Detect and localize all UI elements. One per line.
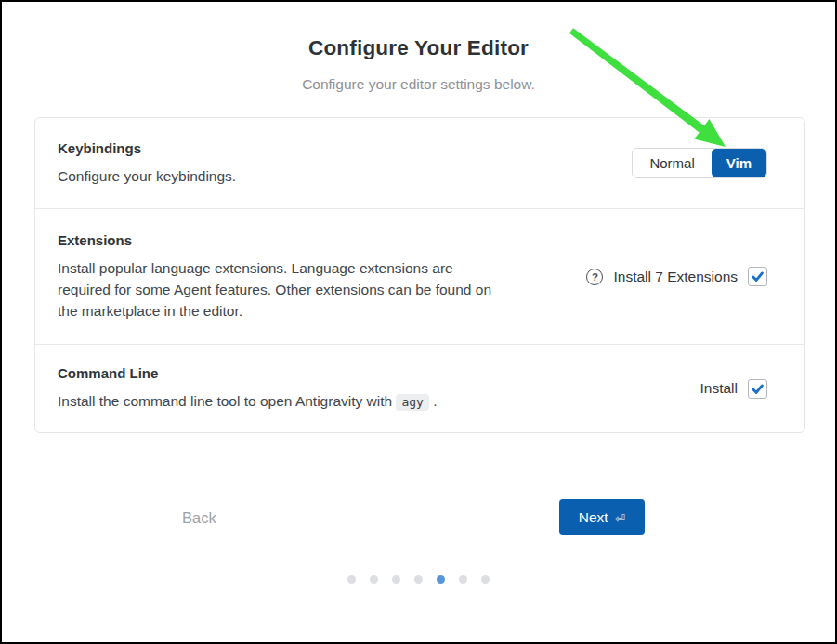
next-button[interactable]: Next ⏎	[559, 499, 645, 535]
extensions-checkbox[interactable]	[748, 267, 767, 286]
keybindings-option-vim[interactable]: Vim	[712, 149, 766, 177]
keybindings-text: Keybindings Configure your keybindings.	[58, 140, 236, 187]
settings-card: Keybindings Configure your keybindings. …	[34, 117, 805, 433]
wizard-header: Configure Your Editor Configure your edi…	[2, 36, 835, 93]
pagination-dot[interactable]	[347, 575, 356, 584]
command-line-heading: Command Line	[58, 365, 438, 381]
section-command-line: Command Line Install the command line to…	[35, 344, 804, 432]
checkmark-icon	[751, 382, 765, 396]
checkmark-icon	[751, 269, 765, 283]
extensions-checkbox-label: Install 7 Extensions	[613, 269, 738, 285]
pagination-dot[interactable]	[370, 575, 378, 584]
pagination-dot[interactable]	[414, 575, 423, 584]
command-line-text: Command Line Install the command line to…	[58, 365, 438, 412]
command-line-checkbox-label: Install	[700, 380, 739, 397]
help-icon[interactable]: ?	[586, 269, 603, 285]
enter-key-icon: ⏎	[615, 511, 626, 526]
section-keybindings: Keybindings Configure your keybindings. …	[35, 118, 804, 208]
pagination-dot[interactable]	[392, 575, 400, 584]
command-line-description: Install the command line tool to open An…	[58, 390, 438, 412]
back-button[interactable]: Back	[175, 506, 224, 531]
cli-command-chip: agy	[396, 394, 428, 411]
command-line-description-prefix: Install the command line tool to open An…	[58, 393, 392, 409]
extensions-text: Extensions Install popular language exte…	[58, 232, 502, 322]
pagination-dot[interactable]	[459, 575, 467, 584]
keybindings-segmented-control: Normal Vim	[632, 148, 767, 178]
pagination-dot[interactable]	[437, 575, 445, 584]
command-line-control: Install	[700, 379, 768, 399]
extensions-control: ? Install 7 Extensions	[586, 267, 767, 286]
pagination-dots	[2, 575, 835, 584]
keybindings-description: Configure your keybindings.	[58, 165, 236, 187]
extensions-heading: Extensions	[58, 232, 502, 248]
next-button-label: Next	[579, 509, 608, 526]
section-extensions: Extensions Install popular language exte…	[35, 208, 804, 344]
extensions-description: Install popular language extensions. Lan…	[58, 257, 502, 322]
onboarding-wizard: { "page": { "title": "Configure Your Edi…	[0, 0, 837, 644]
pagination-dot[interactable]	[481, 575, 490, 584]
keybindings-option-normal[interactable]: Normal	[633, 149, 711, 177]
keybindings-heading: Keybindings	[58, 140, 236, 156]
page-subtitle: Configure your editor settings below.	[2, 76, 835, 93]
command-line-checkbox[interactable]	[748, 379, 767, 399]
page-title: Configure Your Editor	[2, 36, 835, 60]
command-line-description-suffix: .	[433, 393, 437, 409]
